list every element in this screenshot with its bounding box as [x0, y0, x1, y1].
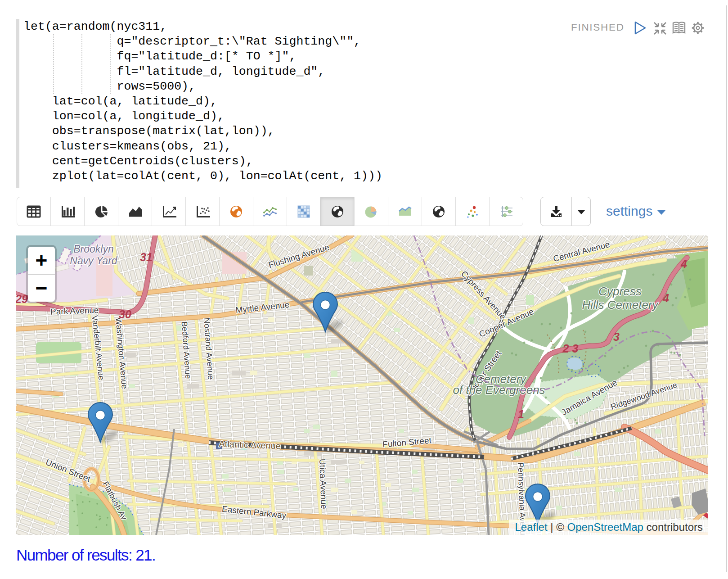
svg-text:Hills Cemetery: Hills Cemetery: [582, 298, 659, 312]
svg-text:3: 3: [613, 330, 620, 343]
svg-text:Park Avenue: Park Avenue: [50, 305, 99, 317]
svg-text:Brooklyn: Brooklyn: [73, 243, 113, 255]
svg-text:31: 31: [140, 251, 153, 263]
svg-text:Navy Yard: Navy Yard: [70, 255, 117, 267]
svg-text:2 3: 2 3: [562, 342, 579, 355]
svg-text:1: 1: [518, 408, 524, 421]
svg-text:Utica Avenue: Utica Avenue: [318, 459, 329, 509]
svg-text:Cypress: Cypress: [598, 285, 641, 298]
svg-text:4: 4: [680, 258, 687, 270]
svg-text:4: 4: [662, 292, 669, 304]
svg-text:of the Evergreens: of the Evergreens: [453, 383, 545, 397]
svg-text:30: 30: [119, 308, 131, 321]
